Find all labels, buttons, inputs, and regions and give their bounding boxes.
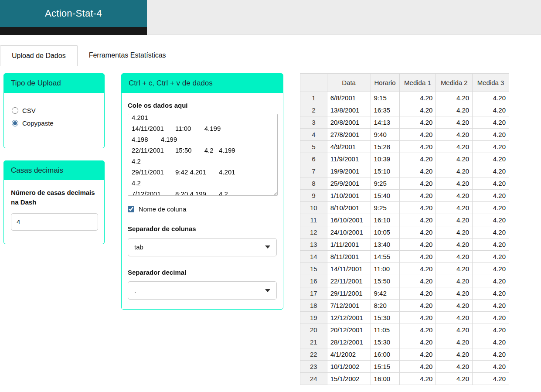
paste-card-header: Ctrl + c, Ctrl + v de dados: [122, 74, 283, 93]
column-separator-dropdown[interactable]: tab: [128, 238, 277, 256]
tab-bar: Upload de Dados Ferramentas Estatísticas: [0, 45, 541, 66]
decimal-separator-value: .: [134, 287, 136, 294]
table-row: 320/8/200114:134.204.204.20: [300, 116, 509, 129]
decimal-separator-dropdown[interactable]: .: [128, 281, 277, 300]
col-header-index: [300, 74, 327, 92]
data-table-body: 16/8/20019:154.204.204.20213/8/200116:35…: [300, 92, 509, 385]
table-row: 131/11/200113:404.204.204.20: [300, 239, 509, 251]
table-row: 2128/12/200115:304.204.204.20: [300, 336, 509, 348]
radio-copypaste[interactable]: [12, 120, 18, 126]
decimal-separator-label: Separador decimal: [128, 268, 277, 277]
table-row: 16/8/20019:154.204.204.20: [300, 92, 509, 104]
col-header-medida-1: Medida 1: [399, 74, 436, 92]
table-row: 2020/12/200111:054.204.204.20: [300, 324, 509, 336]
column-name-label: Nome de coluna: [139, 205, 186, 213]
table-row: 187/12/20018:204.204.204.20: [300, 300, 509, 312]
data-table-header: Data Horario Medida 1 Medida 2 Medida 3: [300, 74, 509, 92]
col-header-data: Data: [327, 74, 371, 92]
upload-type-card: Tipo de Upload CSV Copypaste: [3, 73, 105, 148]
data-table: Data Horario Medida 1 Medida 2 Medida 3 …: [300, 73, 509, 385]
radio-copypaste-label: Copypaste: [22, 119, 54, 127]
decimals-input[interactable]: [11, 213, 98, 231]
paste-textarea[interactable]: 4.201 14/11/2001 11:00 4.199 4.198 4.199…: [128, 114, 278, 196]
column-separator-label: Separador de colunas: [128, 224, 277, 234]
upload-type-card-header: Tipo de Upload: [4, 74, 104, 93]
table-row: 427/8/20019:404.204.204.20: [300, 129, 509, 141]
header-dark-strip: [0, 27, 147, 35]
table-row: 224/1/200216:004.204.204.20: [300, 348, 509, 361]
brand-block: Action-Stat-4: [0, 0, 147, 27]
column-name-checkbox-row[interactable]: Nome de coluna: [128, 205, 277, 213]
col-header-horario: Horario: [371, 74, 399, 92]
data-table-container: Data Horario Medida 1 Medida 2 Medida 3 …: [300, 73, 509, 385]
table-row: 54/9/200115:284.204.204.20: [300, 141, 509, 153]
table-row: 1622/11/200115:504.204.204.20: [300, 275, 509, 287]
table-row: 1514/11/200111:004.204.204.20: [300, 263, 509, 275]
column-name-checkbox[interactable]: [128, 206, 134, 212]
table-row: 2310/1/200215:154.204.204.20: [300, 361, 509, 373]
paste-label: Cole os dados aqui: [128, 101, 277, 110]
table-row: 1729/11/20019:424.204.204.20: [300, 287, 509, 300]
table-row: 213/8/200116:354.204.204.20: [300, 104, 509, 116]
table-row: 2415/1/200216:004.204.204.20: [300, 373, 509, 385]
col-header-medida-3: Medida 3: [473, 74, 509, 92]
app-title: Action-Stat-4: [45, 8, 102, 19]
decimals-card-header: Casas decimais: [4, 161, 104, 180]
table-row: 719/9/200115:104.204.204.20: [300, 165, 509, 177]
paste-card: Ctrl + c, Ctrl + v de dados Cole os dado…: [121, 73, 283, 310]
chevron-down-icon: [265, 289, 270, 292]
table-row: 1912/12/200115:304.204.204.20: [300, 312, 509, 324]
table-row: 148/11/200114:554.204.204.20: [300, 251, 509, 263]
table-row: 611/9/200110:394.204.204.20: [300, 153, 509, 165]
column-separator-value: tab: [134, 243, 143, 251]
decimals-label: Número de casas decimais na Dash: [11, 188, 97, 207]
table-row: 1116/10/200116:104.204.204.20: [300, 214, 509, 226]
tab-ferramentas-estatisticas[interactable]: Ferramentas Estatísticas: [78, 45, 177, 66]
app-header: Action-Stat-4: [0, 0, 541, 35]
table-row: 825/9/20019:254.204.204.20: [300, 177, 509, 190]
chevron-down-icon: [265, 245, 270, 249]
radio-option-copypaste[interactable]: Copypaste: [12, 119, 96, 127]
radio-option-csv[interactable]: CSV: [12, 107, 96, 114]
main-content: Tipo de Upload CSV Copypaste Casas decim…: [0, 66, 541, 392]
radio-csv-label: CSV: [22, 107, 36, 114]
tab-upload-de-dados[interactable]: Upload de Dados: [0, 45, 78, 66]
table-row: 108/10/20019:254.204.204.20: [300, 202, 509, 214]
table-row: 1224/10/200110:054.204.204.20: [300, 226, 509, 239]
table-row: 91/10/200115:404.204.204.20: [300, 190, 509, 202]
decimals-card: Casas decimais Número de casas decimais …: [3, 160, 105, 244]
col-header-medida-2: Medida 2: [436, 74, 473, 92]
radio-csv[interactable]: [12, 107, 18, 114]
